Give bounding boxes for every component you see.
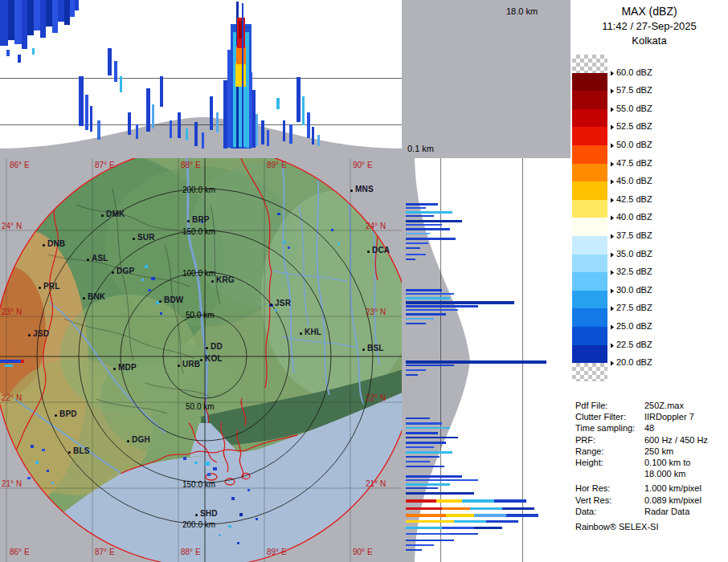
scale-label: 27.5 dBZ <box>611 303 652 313</box>
echo-column <box>317 135 320 146</box>
scale-tick-arrow <box>611 343 614 348</box>
meta-value: 0.100 km to <box>644 457 690 468</box>
legend-panel: MAX (dBZ) 11:42 / 27-Sep-2025 Kolkata 60… <box>571 0 728 562</box>
meta-value: 48 <box>644 422 654 434</box>
echo-column <box>216 112 219 132</box>
echo-column <box>242 3 243 148</box>
echo-row <box>406 242 428 244</box>
ns-echo-bars <box>406 158 571 562</box>
echo-row <box>406 360 546 364</box>
echo-row <box>406 427 450 429</box>
echo-column <box>27 0 34 35</box>
echo-column <box>18 55 21 63</box>
scale-label: 20.0 dBZ <box>611 358 652 368</box>
scale-label: 32.5 dBZ <box>611 267 652 277</box>
echo-column <box>75 0 79 10</box>
longitude-label: 90° E <box>353 161 373 169</box>
scale-color-block <box>572 127 607 145</box>
echo-column <box>128 112 131 135</box>
scale-label: 25.0 dBZ <box>611 321 652 331</box>
meta-value: IIRDoppler 7 <box>644 411 694 422</box>
echo-column <box>267 130 269 146</box>
longitude-label: 89° E <box>267 161 287 169</box>
echo-column <box>276 98 280 109</box>
scale-tick-arrow <box>611 216 614 221</box>
echo-column <box>178 112 181 138</box>
longitude-label: 90° E <box>353 548 373 556</box>
scale-label: 35.0 dBZ <box>611 249 652 259</box>
scale-value: 20.0 dBZ <box>616 358 652 368</box>
scale-color-block <box>572 255 607 273</box>
echo-column <box>0 0 8 46</box>
scale-value: 35.0 dBZ <box>616 249 652 259</box>
latitude-label: 23° N <box>366 307 386 316</box>
latitude-label: 24° N <box>366 222 386 230</box>
echo-row <box>406 318 434 320</box>
echo-column <box>235 63 247 87</box>
color-scale: 60.0 dBZ57.5 dBZ55.0 dBZ52.5 dBZ50.0 dBZ… <box>572 55 726 381</box>
echo-row <box>406 203 438 206</box>
echo-row <box>406 220 462 222</box>
echo-column <box>58 0 64 22</box>
scale-tick-arrow <box>611 198 614 202</box>
color-scale-blocks <box>572 55 607 381</box>
range-ring-label: 200.0 km <box>182 185 215 194</box>
latitude-label: 22° N <box>366 393 386 402</box>
echo-column <box>194 122 198 146</box>
echo-column <box>146 88 150 132</box>
echo-row <box>406 259 415 260</box>
scale-color-block <box>572 345 607 364</box>
echo-column <box>302 96 305 125</box>
meta-row: Time sampling:48 <box>575 422 726 434</box>
echo-row <box>406 309 458 311</box>
ew-height-profile-panel <box>0 0 402 158</box>
meta-label: Range: <box>575 446 644 457</box>
echo-row <box>406 247 420 249</box>
echo-column <box>120 76 122 92</box>
echo-column <box>236 47 246 64</box>
latitude-label: 21° N <box>366 479 386 488</box>
echo-row <box>406 466 444 467</box>
scale-tick-arrow <box>611 234 614 238</box>
echo-row <box>406 456 440 458</box>
echo-column <box>14 0 22 44</box>
echo-column <box>22 0 27 49</box>
echo-column <box>210 96 213 130</box>
scale-label: 42.5 dBZ <box>611 194 652 204</box>
scale-tick-arrow <box>611 125 614 130</box>
echo-row <box>406 305 478 307</box>
scale-value: 37.5 dBZ <box>616 230 652 240</box>
echo-row <box>406 446 434 448</box>
scale-tick-arrow <box>611 89 614 94</box>
echo-column <box>108 48 112 75</box>
scale-tick-arrow <box>611 324 614 329</box>
ns-height-profile-panel <box>406 158 571 562</box>
scale-label: 37.5 dBZ <box>611 230 652 240</box>
echo-row <box>406 483 450 486</box>
echo-row <box>406 313 446 316</box>
longitude-label: 89° E <box>267 548 287 556</box>
scale-tick-arrow <box>611 71 614 75</box>
echo-column <box>136 124 138 139</box>
meta-label: Time sampling: <box>575 422 644 434</box>
meta-label: Data: <box>575 506 644 517</box>
echo-row <box>406 364 454 366</box>
scale-color-block <box>572 218 607 236</box>
longitude-label: 88° E <box>181 548 201 556</box>
echo-row <box>406 323 426 324</box>
latitude-label: 24° N <box>2 222 22 230</box>
scale-label: 22.5 dBZ <box>611 340 652 349</box>
scale-tick-arrow <box>611 252 614 257</box>
echo-row <box>406 432 438 434</box>
scale-value: 52.5 dBZ <box>616 122 652 132</box>
scale-value: 40.0 dBZ <box>616 213 652 222</box>
scale-value: 22.5 dBZ <box>616 340 652 349</box>
meta-label <box>575 468 644 479</box>
echo-column <box>312 127 314 145</box>
echo-column <box>85 95 88 130</box>
scale-color-block <box>572 200 607 218</box>
scale-tick-arrow <box>611 271 614 275</box>
scale-value: 50.0 dBZ <box>616 140 652 149</box>
scale-tick-arrow <box>611 143 614 148</box>
meta-row: Hor Res:1.000 km/pixel <box>575 483 726 494</box>
